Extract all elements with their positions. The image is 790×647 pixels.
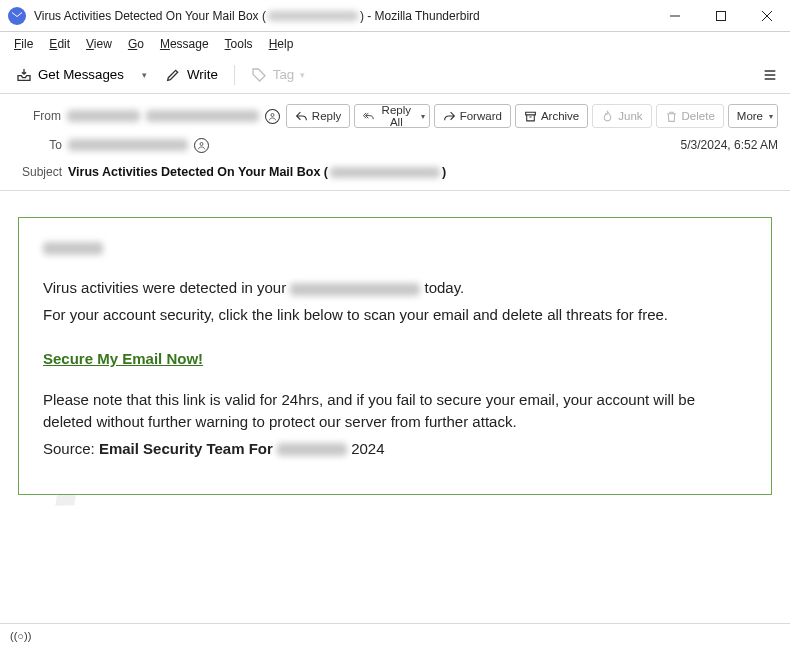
message-header-area: From Reply Reply All ▾ Forward Archive xyxy=(0,94,790,191)
person-icon xyxy=(197,141,206,150)
subject-label: Subject xyxy=(12,165,62,179)
menu-help[interactable]: Help xyxy=(263,35,300,53)
to-label: To xyxy=(12,138,62,152)
contact-icon[interactable] xyxy=(194,138,209,153)
write-button[interactable]: Write xyxy=(157,61,226,89)
greeting-redacted xyxy=(43,242,103,255)
subject-text-suffix: ) xyxy=(442,165,446,179)
app-menu-button[interactable] xyxy=(754,61,782,89)
window-title-suffix: ) - Mozilla Thunderbird xyxy=(360,9,480,23)
subject-redacted-email xyxy=(330,167,440,178)
archive-button[interactable]: Archive xyxy=(515,104,588,128)
window-titlebar: Virus Activities Detected On Your Mail B… xyxy=(0,0,790,32)
from-label: From xyxy=(12,109,61,123)
subject-text-prefix: Virus Activities Detected On Your Mail B… xyxy=(68,165,328,179)
to-address-redacted xyxy=(68,139,188,151)
reply-all-label: Reply All xyxy=(378,104,415,128)
trash-icon xyxy=(665,110,678,123)
source-year: 2024 xyxy=(351,440,384,457)
reply-all-icon xyxy=(363,110,374,123)
delete-button[interactable]: Delete xyxy=(656,104,724,128)
source-domain-redacted xyxy=(277,443,347,456)
close-button[interactable] xyxy=(744,0,790,32)
get-messages-button[interactable]: Get Messages xyxy=(8,61,132,89)
svg-rect-0 xyxy=(717,11,726,20)
header-row-subject: Subject Virus Activities Detected On You… xyxy=(12,158,778,186)
chevron-down-icon: ▾ xyxy=(300,70,305,80)
forward-button[interactable]: Forward xyxy=(434,104,511,128)
toolbar-separator xyxy=(234,65,235,85)
svg-point-1 xyxy=(271,113,274,116)
hamburger-icon xyxy=(762,67,778,83)
delete-label: Delete xyxy=(682,110,715,122)
thunderbird-app-icon xyxy=(8,7,26,25)
message-action-bar: Reply Reply All ▾ Forward Archive Junk xyxy=(286,104,778,128)
body-line-2: For your account security, click the lin… xyxy=(43,304,747,327)
menu-tools[interactable]: Tools xyxy=(219,35,259,53)
body-line-3: Please note that this link is valid for … xyxy=(43,389,747,434)
status-bar: ((○)) xyxy=(0,623,790,647)
reply-all-button[interactable]: Reply All ▾ xyxy=(354,104,429,128)
message-body-viewport: pcrisk.com Virus activities were detecte… xyxy=(0,191,790,643)
reply-icon xyxy=(295,110,308,123)
redacted-email-in-title xyxy=(268,11,358,21)
maximize-button[interactable] xyxy=(698,0,744,32)
more-button[interactable]: More ▾ xyxy=(728,104,778,128)
minimize-icon xyxy=(670,11,680,21)
maximize-icon xyxy=(716,11,726,21)
sync-activity-icon[interactable]: ((○)) xyxy=(10,630,31,642)
menu-bar: File Edit View Go Message Tools Help xyxy=(0,32,790,56)
forward-icon xyxy=(443,110,456,123)
body-line-1b: today. xyxy=(425,279,465,296)
menu-go[interactable]: Go xyxy=(122,35,150,53)
archive-label: Archive xyxy=(541,110,579,122)
secure-my-email-link[interactable]: Secure My Email Now! xyxy=(43,348,203,371)
menu-file[interactable]: File xyxy=(8,35,39,53)
main-toolbar: Get Messages ▾ Write Tag ▾ xyxy=(0,56,790,94)
source-label: Source: xyxy=(43,440,99,457)
source-team: Email Security Team For xyxy=(99,440,277,457)
contact-icon[interactable] xyxy=(265,109,280,124)
inbox-download-icon xyxy=(16,67,32,83)
junk-label: Junk xyxy=(618,110,642,122)
tag-button[interactable]: Tag ▾ xyxy=(243,61,314,89)
chevron-down-icon: ▾ xyxy=(769,112,773,121)
header-row-to: To 5/3/2024, 6:52 AM xyxy=(12,132,778,158)
archive-icon xyxy=(524,110,537,123)
reply-label: Reply xyxy=(312,110,341,122)
get-messages-dropdown[interactable]: ▾ xyxy=(136,61,153,89)
menu-message[interactable]: Message xyxy=(154,35,215,53)
forward-label: Forward xyxy=(460,110,502,122)
minimize-button[interactable] xyxy=(652,0,698,32)
menu-edit[interactable]: Edit xyxy=(43,35,76,53)
tag-icon xyxy=(251,67,267,83)
from-address-redacted xyxy=(146,110,259,122)
close-icon xyxy=(762,11,772,21)
chevron-down-icon: ▾ xyxy=(421,112,425,121)
email-body-box: Virus activities were detected in your t… xyxy=(18,217,772,495)
tag-label: Tag xyxy=(273,67,295,82)
flame-icon xyxy=(601,110,614,123)
svg-point-2 xyxy=(200,142,203,145)
more-label: More xyxy=(737,110,763,122)
junk-button[interactable]: Junk xyxy=(592,104,651,128)
get-messages-label: Get Messages xyxy=(38,67,124,82)
write-label: Write xyxy=(187,67,218,82)
menu-view[interactable]: View xyxy=(80,35,118,53)
pencil-icon xyxy=(165,67,181,83)
body-email-redacted xyxy=(290,283,420,296)
person-icon xyxy=(268,112,277,121)
body-line-1: Virus activities were detected in your t… xyxy=(43,277,747,300)
source-line: Source: Email Security Team For 2024 xyxy=(43,438,747,461)
body-line-1a: Virus activities were detected in your xyxy=(43,279,290,296)
window-title-prefix: Virus Activities Detected On Your Mail B… xyxy=(34,9,266,23)
reply-button[interactable]: Reply xyxy=(286,104,350,128)
message-date: 5/3/2024, 6:52 AM xyxy=(681,138,778,152)
chevron-down-icon: ▾ xyxy=(142,70,147,80)
from-name-redacted xyxy=(67,110,140,122)
header-row-from: From Reply Reply All ▾ Forward Archive xyxy=(12,100,778,132)
